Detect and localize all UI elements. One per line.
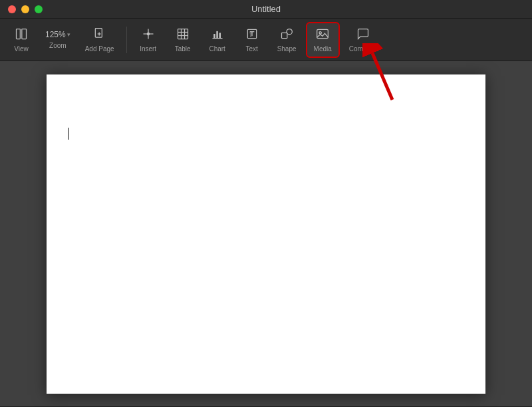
chart-label: Chart (209, 45, 225, 53)
svg-rect-23 (317, 29, 329, 38)
toolbar-item-view[interactable]: View (5, 23, 37, 57)
view-label: View (14, 45, 29, 53)
chart-icon (211, 27, 224, 43)
svg-point-24 (319, 31, 321, 33)
document-canvas[interactable] (0, 61, 532, 406)
maximize-button[interactable] (35, 5, 43, 13)
media-icon (316, 27, 329, 43)
toolbar-divider-1 (126, 27, 127, 53)
traffic-lights (8, 5, 43, 13)
svg-point-7 (147, 33, 149, 35)
svg-rect-14 (213, 34, 215, 39)
comment-icon (356, 27, 370, 43)
toolbar: View 125% ▾ Zoom Add Page Inse (0, 19, 532, 61)
shape-icon (280, 27, 293, 43)
shape-label: Shape (277, 45, 297, 53)
toolbar-item-shape[interactable]: Shape (271, 23, 303, 57)
document-page[interactable] (47, 74, 485, 394)
svg-rect-16 (219, 33, 221, 38)
toolbar-item-chart[interactable]: Chart (201, 23, 233, 57)
svg-rect-21 (282, 33, 287, 38)
svg-rect-8 (178, 29, 188, 39)
svg-rect-2 (95, 28, 102, 37)
content-area (0, 61, 532, 406)
toolbar-item-table[interactable]: Table (167, 23, 199, 57)
svg-rect-15 (216, 31, 218, 38)
svg-text:T: T (249, 32, 252, 38)
window-title: Untitled (251, 4, 281, 14)
toolbar-item-media[interactable]: Media (306, 22, 340, 58)
close-button[interactable] (8, 5, 16, 13)
add-page-icon (93, 27, 106, 43)
text-icon: T (245, 27, 259, 43)
table-icon (176, 27, 190, 43)
svg-rect-0 (17, 29, 21, 39)
toolbar-item-add-page[interactable]: Add Page (78, 23, 121, 57)
insert-label: Insert (140, 45, 156, 53)
media-label: Media (314, 45, 332, 53)
svg-rect-1 (22, 29, 27, 39)
zoom-control[interactable]: 125% ▾ Zoom (40, 26, 76, 53)
toolbar-item-insert[interactable]: Insert (132, 23, 164, 57)
zoom-chevron: ▾ (67, 31, 70, 38)
toolbar-item-comment[interactable]: Comment (342, 23, 384, 57)
svg-point-22 (287, 29, 292, 34)
insert-icon (142, 27, 155, 43)
toolbar-item-text[interactable]: T Text (236, 23, 268, 57)
zoom-label: Zoom (49, 42, 66, 49)
text-label: Text (245, 45, 257, 53)
table-label: Table (175, 45, 191, 53)
view-icon (15, 27, 28, 43)
add-page-label: Add Page (85, 45, 114, 53)
minimize-button[interactable] (21, 5, 29, 13)
comment-label: Comment (349, 45, 378, 53)
text-cursor (68, 128, 68, 140)
title-bar: Untitled (0, 0, 532, 19)
zoom-value: 125% ▾ (45, 30, 70, 39)
